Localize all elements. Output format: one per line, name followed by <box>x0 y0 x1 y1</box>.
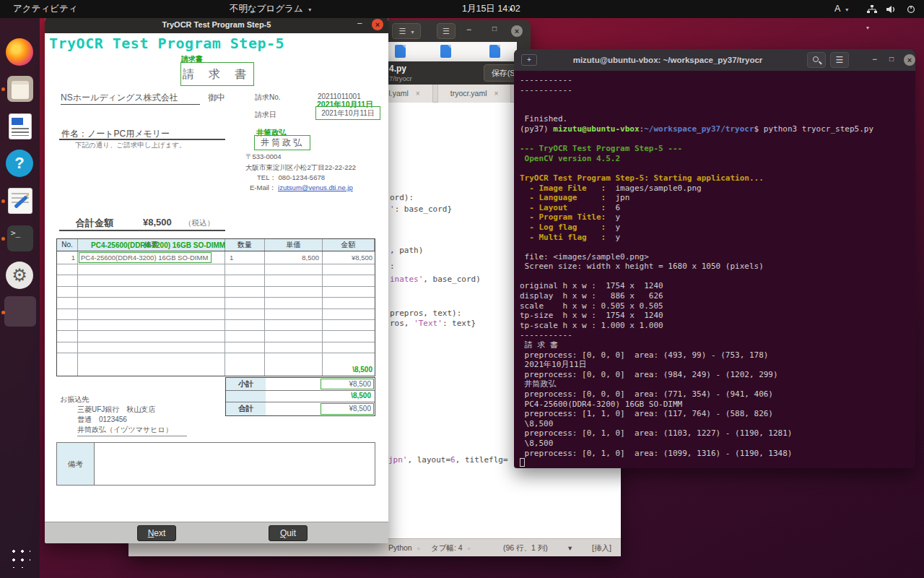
dock-item-unknown-program[interactable] <box>6 296 35 325</box>
invoice-items-table: No. 摘要 数量 単価 金額 PC4-25600(DDR4-3200) 16G… <box>56 238 375 376</box>
terminal-line: tp-size h x w : 1754 x 1240 <box>520 311 915 321</box>
activities-button[interactable]: アクティビティ <box>7 0 84 18</box>
tab-label: l.yaml <box>388 89 408 98</box>
tab-tryocr-yaml[interactable]: tryocr.yaml × <box>437 85 511 103</box>
grand-total-label: 合計 <box>226 402 266 415</box>
dock-item-files[interactable] <box>6 74 35 103</box>
maximize-button[interactable]: □ <box>889 55 894 63</box>
app-menu[interactable]: 不明なプログラム ▾ <box>224 0 317 18</box>
chevron-down-icon: ▾ <box>308 7 311 13</box>
dock-item-firefox[interactable] <box>6 38 35 67</box>
grand-total-value: ¥8,500 <box>321 403 374 415</box>
close-tab-icon[interactable]: × <box>416 90 420 98</box>
running-indicator <box>1 199 5 203</box>
tab-width-dropdown[interactable]: タブ幅: 4 ▾ <box>431 539 471 558</box>
dock-item-text-editor[interactable] <box>6 186 35 215</box>
code-fragment: ros, 'Text': text} <box>390 319 476 328</box>
menu-button[interactable]: ☰ <box>437 23 456 39</box>
terminal-line: TryOCR Test Program Step-5: Starting app… <box>520 173 915 184</box>
system-status-area[interactable]: ▾ <box>863 0 924 18</box>
terminal-line: preprocess: [0, 0, 0] area: (493, 99) - … <box>520 350 915 361</box>
terminal-line: ----------- <box>520 85 915 95</box>
terminal-line: display h x w : 886 x 626 <box>520 291 915 301</box>
search-button[interactable] <box>807 52 826 68</box>
chevron-down-icon: ▾ <box>468 545 471 552</box>
quit-button[interactable]: Quit <box>269 525 308 541</box>
cursor-position[interactable]: (96 行、1 列) <box>503 539 548 556</box>
subtotal-value: ¥8,500 <box>321 379 374 389</box>
terminal-line: scale h x w : 0.505 x 0.505 <box>520 301 915 311</box>
apps-grid-icon <box>10 548 30 568</box>
input-method-indicator[interactable]: A ▾ <box>829 0 854 18</box>
notes-box: 備考 <box>56 442 375 486</box>
close-button[interactable]: × <box>904 54 915 66</box>
bank-heading: お振込先 <box>60 394 89 405</box>
minimize-button[interactable]: − <box>357 16 362 32</box>
terminal-line: - Multi flag : y <box>520 233 915 243</box>
maximize-button[interactable]: □ <box>492 25 497 33</box>
ocr-box-item <box>79 252 212 263</box>
search-icon <box>813 56 819 62</box>
cell-no: 1 <box>57 251 78 264</box>
divider <box>59 139 225 140</box>
terminal-line <box>520 95 915 105</box>
bank-account: 普通 0123456 <box>77 415 127 425</box>
terminal-line: - Layout : 6 <box>520 203 915 213</box>
terminal-line: - Language : jpn <box>520 193 915 203</box>
tab-label: tryocr.yaml <box>450 89 487 98</box>
notification-dot <box>510 8 513 11</box>
code-fragment: ord): <box>390 193 414 202</box>
doc-list-icon: ☰ <box>399 27 406 35</box>
subtotal-label: 小計 <box>226 378 266 390</box>
close-button[interactable]: × <box>372 19 383 30</box>
terminal-output[interactable]: ---------------------- Finished.(py37) m… <box>514 71 915 468</box>
file-icon[interactable] <box>440 45 451 58</box>
next-button[interactable]: Next <box>137 525 176 541</box>
power-icon <box>907 5 915 14</box>
terminal-line <box>520 105 915 115</box>
terminal-line: preprocess: [0, 1, 0] area: (1099, 1316)… <box>520 449 915 459</box>
chevron-down-icon: ▾ <box>866 25 869 31</box>
editor-title: 4.py <box>389 64 406 74</box>
chevron-down-icon[interactable]: ▾ <box>568 539 572 556</box>
dock-item-help[interactable]: ? <box>6 150 35 178</box>
network-icon <box>867 5 877 14</box>
cell-amount: ¥8,500 <box>323 251 375 264</box>
terminal-line: tp-scale h x w : 1.000 x 1.000 <box>520 321 915 331</box>
table-row-empty <box>57 298 375 309</box>
tryocr-button-bar: Next Quit <box>45 522 388 543</box>
dock-item-writer[interactable] <box>6 112 35 141</box>
menu-button[interactable]: ☰ <box>830 52 849 68</box>
ocr-label-subtotal: \8,500 <box>323 365 375 376</box>
clock-button[interactable]: 1月15日 14:02 <box>456 0 526 18</box>
dock-item-settings[interactable]: ⚙ <box>6 262 35 290</box>
text-editor-icon <box>8 188 32 214</box>
terminal-line: Finished. <box>520 114 915 124</box>
gear-icon: ⚙ <box>6 262 33 289</box>
terminal-line: ----------- <box>520 75 915 85</box>
new-tab-button[interactable]: + <box>521 54 537 66</box>
window-title: TryOCR Test Program Step-5 <box>45 16 388 33</box>
minimize-button[interactable]: − <box>872 54 877 64</box>
ocr-label-total: \8,500 <box>351 392 373 400</box>
tryocr-titlebar[interactable]: TryOCR Test Program Step-5 − × <box>45 16 388 33</box>
file-icon[interactable] <box>489 45 500 58</box>
close-tab-icon[interactable]: × <box>494 90 498 98</box>
invoice-date-box: 2021年10月11日 <box>315 106 380 120</box>
terminal-line <box>520 458 915 468</box>
close-button[interactable]: × <box>511 25 523 37</box>
minimize-button[interactable]: − <box>466 25 471 35</box>
terminal-line: - Log flag : y <box>520 223 915 233</box>
code-fragment: inates', base_cord) <box>390 275 481 284</box>
show-applications-button[interactable] <box>6 543 35 572</box>
col-no: No. <box>57 239 78 251</box>
running-indicator <box>1 87 5 91</box>
help-icon: ? <box>6 150 33 177</box>
language-mode-dropdown[interactable]: Python ▾ <box>388 539 420 558</box>
document-list-button[interactable]: ☰ ▾ <box>392 23 421 39</box>
email-link[interactable]: izutsum@venus.dti.ne.jp <box>278 184 353 191</box>
terminal-headerbar[interactable]: + mizutu@ubuntu-vbox: ~/workspace_py37/t… <box>514 49 915 71</box>
col-amount: 金額 <box>323 239 375 251</box>
dock-item-terminal[interactable]: >_ <box>6 224 35 253</box>
file-icon[interactable] <box>395 45 406 58</box>
